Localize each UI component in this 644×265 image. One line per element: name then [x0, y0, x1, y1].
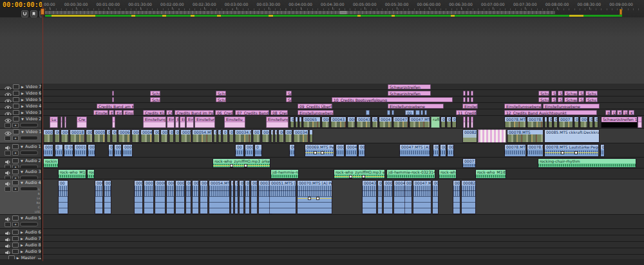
clip[interactable]: [463, 116, 466, 128]
clip-00034-n[interactable]: 00034.N: [293, 129, 308, 143]
track-lock-toggle[interactable]: [12, 180, 19, 185]
clip-0004[interactable]: 0004: [379, 116, 392, 128]
clip-000[interactable]: 000: [114, 144, 122, 157]
clip-00051-mts-a[interactable]: 00051.MTS [A: [269, 180, 296, 214]
keyframe-dot[interactable]: [230, 164, 233, 167]
clip-00018[interactable]: 00018: [74, 144, 87, 157]
clip-0[interactable]: 0: [55, 144, 63, 157]
track-collapse-collapsed-icon[interactable]: ▶: [21, 104, 24, 108]
clip-rock-who-zyniffho-mp3-e-pegel[interactable]: rock-who_zyniffHO.mp3 e:Pegel ▾: [334, 169, 385, 179]
clip-00047-mt[interactable]: 00047.MT: [413, 180, 431, 214]
time-ruler[interactable]: 00:0000:00:30:0000:01:00:0000:01:30:0000…: [42, 0, 644, 17]
clip-c[interactable]: C: [231, 180, 234, 214]
keyframe-diamond-icon[interactable]: ◆: [12, 187, 19, 192]
track-lock-toggle[interactable]: [12, 158, 19, 163]
track-lock-toggle[interactable]: [12, 236, 19, 241]
clip[interactable]: [64, 116, 66, 128]
clip-0005[interactable]: 0005: [104, 180, 111, 214]
clip[interactable]: [415, 110, 420, 115]
clip[interactable]: [467, 97, 469, 102]
clip-00034-mts[interactable]: 00034.MTS: [234, 129, 252, 143]
clip-000[interactable]: 000: [451, 116, 457, 128]
clip[interactable]: [471, 116, 473, 128]
eye-icon[interactable]: [5, 109, 12, 116]
clip-cr[interactable]: Cr: [166, 110, 173, 115]
clip-d[interactable]: D: [623, 110, 628, 115]
clip[interactable]: [463, 97, 466, 102]
clip-00054-mts[interactable]: 00054.MTS: [192, 129, 213, 143]
track-header-audio-1[interactable]: ▼Audio 1◆: [0, 143, 42, 158]
track-header-video-4[interactable]: ▶Video 4: [0, 103, 42, 109]
clip-00054[interactable]: 00054: [93, 129, 106, 143]
keyframe-dot[interactable]: [349, 175, 352, 178]
clip-0001[interactable]: 0001: [144, 180, 154, 214]
clip-schwarzstreifen[interactable]: Schwarzstreifen: [388, 91, 431, 96]
track-header-video-3[interactable]: ▶Video 3: [0, 109, 42, 116]
marker-icon[interactable]: [30, 10, 37, 17]
track-collapse-collapsed-icon[interactable]: ▶: [20, 243, 24, 247]
clip-0[interactable]: 0: [594, 116, 598, 128]
clip-0c[interactable]: 0C: [245, 180, 250, 214]
clip[interactable]: [309, 129, 313, 143]
clip-00[interactable]: 00: [446, 116, 451, 128]
clip-rocl[interactable]: rocl: [87, 169, 95, 179]
clip-000[interactable]: 000: [321, 116, 330, 128]
clip-0[interactable]: 0: [254, 144, 262, 157]
keyframe-diamond-icon[interactable]: ◆: [12, 151, 19, 156]
clip-0[interactable]: 0: [600, 144, 605, 157]
clip-einstellung[interactable]: Einstellung: [194, 116, 215, 128]
track-header-audio-5[interactable]: ▼Audio 55.1◆: [0, 215, 42, 229]
track-collapse-expanded-icon[interactable]: ▼: [20, 170, 24, 174]
clip-schv[interactable]: Schv: [538, 91, 549, 96]
clip-0[interactable]: 0: [548, 116, 553, 128]
clip-einstellungsebene[interactable]: Einstellungsebene: [504, 104, 542, 109]
playhead-line[interactable]: [43, 4, 43, 261]
track-header-video-1[interactable]: ▼Video 1◆: [0, 129, 42, 143]
clip-00043[interactable]: 00043.: [330, 116, 346, 128]
clip-00065[interactable]: 00065: [303, 116, 321, 128]
clip-00078-mts-lautst-rke-pegel[interactable]: 00078.MTS Lautstärke:Pegel ▾: [544, 144, 599, 157]
clip-rockin[interactable]: rockin: [43, 158, 59, 168]
clip-000[interactable]: 000: [131, 129, 140, 143]
track-header-video-2[interactable]: ▼Video 2◆: [0, 116, 42, 129]
clip[interactable]: [471, 97, 473, 102]
clip[interactable]: [61, 116, 62, 128]
clip-einst[interactable]: Einst: [186, 116, 194, 128]
keyframe-nav-pill[interactable]: [20, 136, 38, 140]
clip-0[interactable]: 0: [589, 116, 593, 128]
clip-000[interactable]: 000: [88, 144, 95, 157]
clip-raft[interactable]: raft ▾: [431, 116, 440, 128]
clip-cre[interactable]: Cre: [77, 116, 87, 128]
clip-00064[interactable]: 00064: [122, 144, 133, 157]
clip-00047-n[interactable]: 00047.N: [393, 116, 408, 128]
clip-00[interactable]: 00: [192, 180, 199, 214]
clip[interactable]: [112, 116, 115, 128]
clip-00[interactable]: 00: [440, 144, 446, 157]
clip-000[interactable]: 000: [160, 129, 168, 143]
track-header-video-5[interactable]: ▶Video 5: [0, 96, 42, 103]
clip-einst[interactable]: Einst: [115, 110, 122, 115]
clip-00078-m[interactable]: 00078.M: [527, 116, 544, 128]
clip[interactable]: [467, 116, 469, 128]
clip-00[interactable]: 00: [175, 129, 180, 143]
clip-0[interactable]: 0: [218, 129, 222, 143]
work-area-bar[interactable]: [45, 11, 555, 14]
clip-rock-who-m1ie7n[interactable]: rock-who_M1iE7N: [475, 169, 506, 179]
clip-000[interactable]: 000: [61, 129, 69, 143]
track-header-audio-4[interactable]: ▼Audio 4◆LRLsRsCLFE: [0, 179, 42, 215]
clip-0[interactable]: 0: [234, 180, 238, 214]
track-lock-toggle[interactable]: [12, 242, 19, 248]
track-collapse-collapsed-icon[interactable]: ▶: [20, 237, 24, 241]
track-lock-toggle[interactable]: [13, 97, 19, 102]
clip-000[interactable]: 000: [111, 129, 117, 143]
keyframe-dot[interactable]: [362, 175, 365, 178]
track-collapse-expanded-icon[interactable]: ▼: [20, 145, 24, 149]
clip-000[interactable]: 000: [251, 180, 258, 214]
clip-einstellungsebene[interactable]: Einstellungsebene: [543, 104, 600, 109]
clip-08-credits-ban[interactable]: 08_Credits Ban: [270, 110, 288, 115]
clip-einstellu[interactable]: Einstellu: [224, 116, 245, 128]
track-collapse-collapsed-icon[interactable]: ▶: [21, 91, 24, 95]
clip-0[interactable]: 0: [229, 129, 234, 143]
clip-10-credits-bootsverfolgung[interactable]: 10_Credits Bootsverfolgung: [332, 97, 453, 102]
clip-s[interactable]: S: [558, 91, 563, 96]
